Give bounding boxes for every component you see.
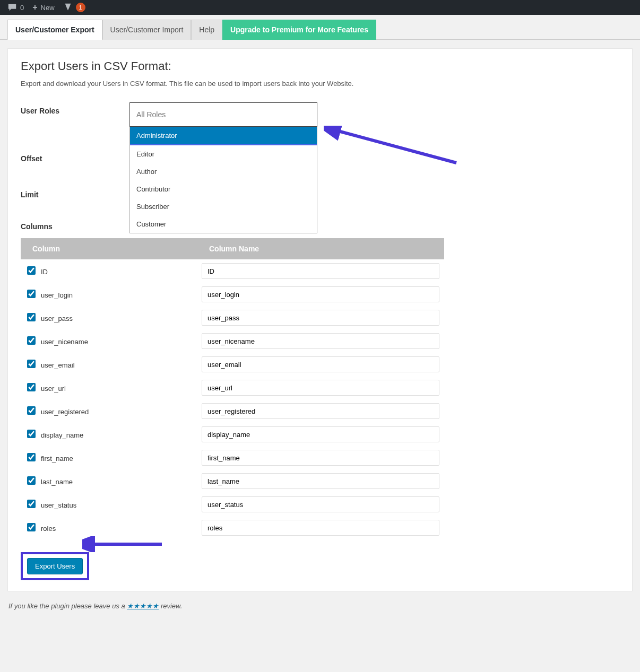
column-row: display_name [21, 423, 444, 446]
column-row: user_url [21, 376, 444, 399]
tab-navigation: User/Customer Export User/Customer Impor… [0, 15, 640, 40]
label-limit: Limit [21, 186, 129, 199]
column-checkbox[interactable] [27, 360, 36, 368]
column-name-input[interactable] [202, 520, 439, 536]
column-name-input[interactable] [202, 403, 439, 419]
column-name-input[interactable] [202, 496, 439, 512]
tab-import[interactable]: User/Customer Import [102, 20, 192, 40]
column-checkbox[interactable] [27, 336, 36, 345]
wp-adminbar: 0 + New 1 [0, 0, 640, 15]
header-column-name: Column Name [209, 245, 438, 253]
column-name-input[interactable] [202, 356, 439, 372]
column-row: last_name [21, 469, 444, 493]
page-description: Export and download your Users in CSV fo… [21, 80, 619, 88]
column-checkbox[interactable] [27, 476, 36, 485]
column-name-input[interactable] [202, 473, 439, 489]
export-button-highlight: Export Users [21, 552, 89, 580]
tab-export[interactable]: User/Customer Export [7, 20, 102, 40]
column-name-input[interactable] [202, 310, 439, 326]
column-row: user_login [21, 283, 444, 306]
footer-stars-link[interactable]: ★★★★★ [127, 602, 159, 610]
column-key-label: user_pass [41, 313, 202, 322]
tab-help[interactable]: Help [191, 20, 222, 40]
column-key-label: last_name [41, 477, 202, 486]
columns-heading: Columns [21, 222, 619, 231]
columns-table: Column Column Name IDuser_loginuser_pass… [21, 238, 444, 539]
column-key-label: user_status [41, 500, 202, 509]
column-key-label: first_name [41, 453, 202, 462]
main-panel: Export Users in CSV Format: Export and d… [7, 48, 633, 591]
column-row: user_registered [21, 399, 444, 423]
adminbar-yoast[interactable]: 1 [59, 0, 90, 15]
roles-option[interactable]: Author [130, 163, 317, 180]
column-name-input[interactable] [202, 380, 439, 396]
columns-table-body: IDuser_loginuser_passuser_nicenameuser_e… [21, 259, 444, 539]
label-user-roles: User Roles [21, 102, 129, 115]
column-checkbox[interactable] [27, 500, 36, 508]
roles-option[interactable]: Customer [130, 215, 317, 233]
footer-suffix: review. [159, 602, 182, 610]
column-row: user_nicename [21, 329, 444, 353]
roles-dropdown-list: AdministratorEditorAuthorContributorSubs… [129, 127, 317, 233]
column-key-label: user_registered [41, 407, 202, 416]
roles-dropdown-wrap: AdministratorEditorAuthorContributorSubs… [129, 102, 317, 127]
footer-review-note: If you like the plugin please leave us a… [0, 597, 640, 621]
column-key-label: display_name [41, 430, 202, 439]
label-offset: Offset [21, 150, 129, 163]
row-user-roles: User Roles AdministratorEditorAuthorCont… [21, 102, 619, 127]
new-label: New [41, 4, 55, 12]
column-checkbox[interactable] [27, 313, 36, 321]
roles-option[interactable]: Editor [130, 145, 317, 163]
export-users-button[interactable]: Export Users [27, 558, 83, 574]
column-key-label: roles [41, 523, 202, 533]
columns-table-header: Column Column Name [21, 238, 444, 259]
column-key-label: user_login [41, 290, 202, 299]
adminbar-comments[interactable]: 0 [3, 0, 28, 15]
column-key-label: ID [41, 267, 202, 276]
row-limit: Limit [21, 186, 619, 199]
column-key-label: user_nicename [41, 337, 202, 346]
row-offset: Offset [21, 150, 619, 163]
tab-upgrade[interactable]: Upgrade to Premium for More Features [222, 20, 376, 40]
column-name-input[interactable] [202, 333, 439, 349]
column-checkbox[interactable] [27, 383, 36, 391]
roles-select-input[interactable] [129, 102, 317, 127]
roles-option[interactable]: Contributor [130, 180, 317, 198]
column-row: user_email [21, 353, 444, 376]
column-checkbox[interactable] [27, 406, 36, 415]
notification-badge: 1 [76, 3, 85, 12]
column-name-input[interactable] [202, 286, 439, 302]
roles-option[interactable]: Administrator [130, 127, 317, 145]
column-key-label: user_url [41, 383, 202, 392]
column-name-input[interactable] [202, 426, 439, 442]
column-checkbox[interactable] [27, 266, 36, 275]
column-name-input[interactable] [202, 263, 439, 279]
comment-icon [7, 3, 17, 12]
comments-count: 0 [20, 4, 24, 12]
footer-prefix: If you like the plugin please leave us a [8, 602, 127, 610]
column-row: user_status [21, 493, 444, 516]
column-row: roles [21, 516, 444, 539]
roles-option[interactable]: Subscriber [130, 198, 317, 215]
column-checkbox[interactable] [27, 523, 36, 531]
column-key-label: user_email [41, 360, 202, 369]
column-row: user_pass [21, 306, 444, 329]
column-checkbox[interactable] [27, 453, 36, 461]
column-row: ID [21, 259, 444, 283]
plus-icon: + [32, 3, 37, 12]
adminbar-new[interactable]: + New [28, 0, 58, 15]
page-title: Export Users in CSV Format: [21, 59, 619, 73]
header-column: Column [32, 245, 209, 253]
column-checkbox[interactable] [27, 430, 36, 438]
column-checkbox[interactable] [27, 290, 36, 298]
yoast-icon [63, 3, 73, 12]
column-name-input[interactable] [202, 450, 439, 466]
column-row: first_name [21, 446, 444, 469]
